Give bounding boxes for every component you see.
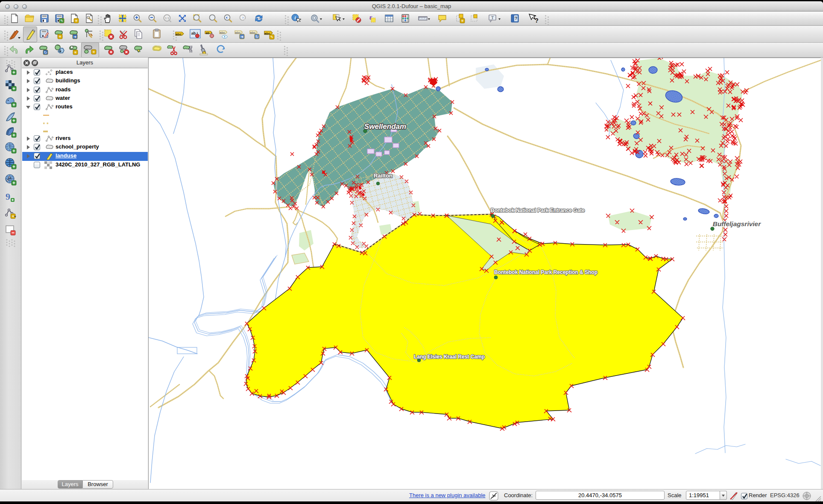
svg-text:?: ? — [535, 17, 538, 24]
svg-text:✳: ✳ — [461, 19, 464, 23]
svg-text:1:1: 1:1 — [165, 17, 169, 20]
svg-text:ab: ab — [191, 31, 196, 35]
svg-text:✳: ✳ — [59, 35, 62, 39]
svg-text:ab: ab — [206, 31, 210, 35]
svg-text:✳: ✳ — [74, 50, 77, 55]
svg-text:↻: ↻ — [44, 50, 47, 55]
svg-text:✳: ✳ — [75, 19, 78, 23]
svg-text:✎: ✎ — [60, 19, 64, 23]
svg-text:?: ? — [515, 16, 517, 21]
svg-text:➜: ➜ — [240, 35, 244, 39]
svg-text:Railton: Railton — [374, 172, 392, 179]
svg-text:Bontebok National Park Entranc: Bontebok National Park Entrance Gate — [491, 207, 585, 213]
svg-text:abc: abc — [235, 31, 241, 35]
svg-text:Bontebok National Park Recepti: Bontebok National Park Reception & Shop — [494, 269, 597, 275]
svg-text:✳: ✳ — [12, 214, 15, 218]
svg-text:Buffeljagsrivier: Buffeljagsrivier — [713, 220, 761, 227]
svg-text:↻: ↻ — [255, 35, 259, 39]
svg-text:abc: abc — [176, 32, 182, 36]
svg-text:9: 9 — [6, 191, 10, 202]
svg-text:Swellendam: Swellendam — [364, 122, 406, 131]
svg-text:✳: ✳ — [92, 50, 96, 54]
svg-text:abc: abc — [250, 31, 256, 35]
svg-text:abc: abc — [220, 31, 226, 35]
svg-text:Lang Elsies Kraal Rest Camp: Lang Elsies Kraal Rest Camp — [414, 354, 485, 360]
svg-text:✎: ✎ — [270, 35, 274, 39]
svg-text:T: T — [491, 15, 494, 20]
svg-text:➜: ➜ — [73, 35, 77, 39]
